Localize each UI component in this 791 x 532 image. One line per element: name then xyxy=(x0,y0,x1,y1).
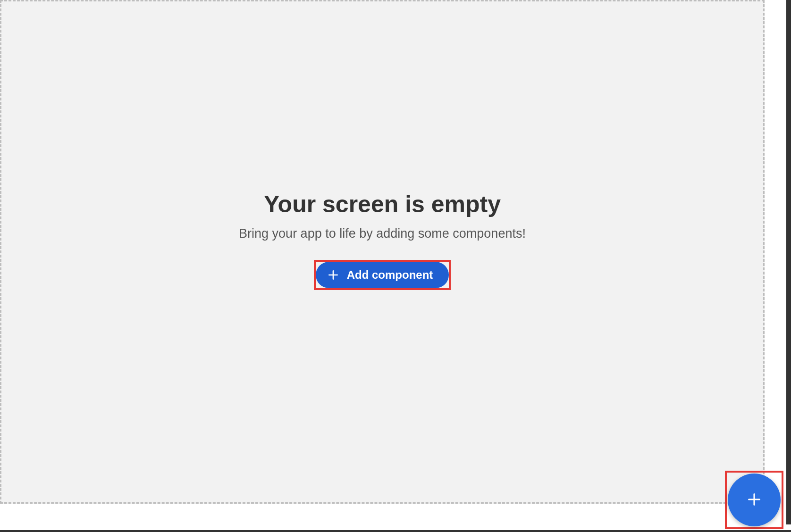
window-border-bottom xyxy=(0,530,791,532)
fab-add-button[interactable] xyxy=(728,474,781,526)
canvas-dropzone[interactable]: Your screen is empty Bring your app to l… xyxy=(0,0,765,504)
empty-state-title: Your screen is empty xyxy=(264,191,501,218)
plus-icon xyxy=(327,269,339,281)
highlight-fab xyxy=(725,471,783,529)
empty-state: Your screen is empty Bring your app to l… xyxy=(239,191,526,290)
add-component-button[interactable]: Add component xyxy=(316,262,449,288)
plus-icon xyxy=(746,491,762,509)
window-border-right xyxy=(786,0,791,524)
highlight-add-component: Add component xyxy=(314,260,451,290)
empty-state-subtitle: Bring your app to life by adding some co… xyxy=(239,226,526,241)
add-component-button-label: Add component xyxy=(347,268,433,282)
